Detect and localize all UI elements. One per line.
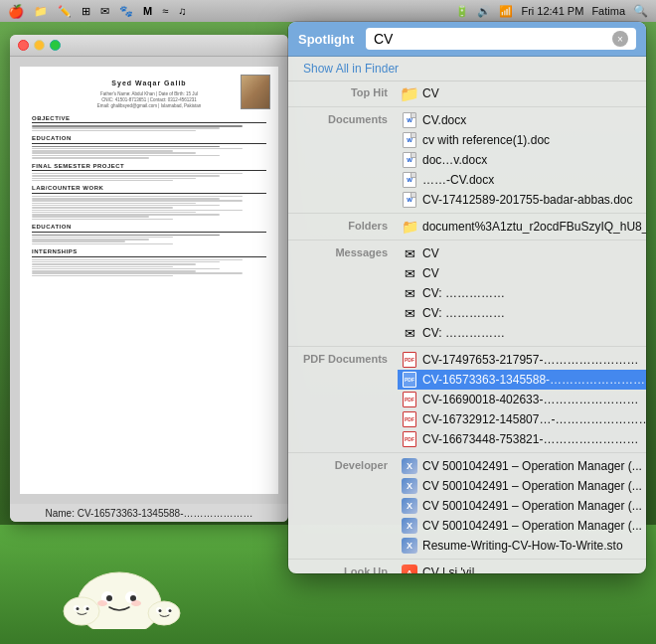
item-text: ……-CV.docx xyxy=(422,173,638,187)
section-pdf: PDF Documents PDF CV-17497653-217957-………… xyxy=(288,348,646,451)
cv-education-title: Education xyxy=(32,134,266,143)
item-text: CV-16690018-402633-…………………… xyxy=(422,393,646,406)
xcode-icon-3: X xyxy=(402,498,417,514)
paw-icon[interactable]: 🐾 xyxy=(119,5,133,18)
spotlight-clear-button[interactable]: × xyxy=(612,31,628,47)
item-text: CV-16732912-145807…-…………………… xyxy=(422,412,646,426)
lookup-icon: A xyxy=(402,564,417,573)
section-items-pdf: PDF CV-17497653-217957-…………………… PDF CV-1… xyxy=(398,350,646,449)
minimize-button[interactable] xyxy=(34,40,45,51)
spotlight-search-input[interactable] xyxy=(374,31,607,47)
result-item-dev5[interactable]: X Resume-Writing-CV-How-To-Write.sto xyxy=(398,536,646,556)
result-item-folder[interactable]: 📁 document%3A1ztu_r2ocdFBuSzyIQ_hU8_k... xyxy=(398,217,646,237)
pencil-icon[interactable]: ✏️ xyxy=(58,5,72,18)
result-item-cv-ref[interactable]: W cv with reference(1).doc xyxy=(398,130,646,150)
word-doc-icon-2: W xyxy=(402,132,417,148)
battery-icon: 🔋 xyxy=(455,5,469,18)
section-folders: Folders 📁 document%3A1ztu_r2ocdFBuSzyIQ_… xyxy=(288,215,646,239)
item-text: CV |,si 'vi| xyxy=(422,565,638,573)
result-item-cv-doc4[interactable]: W ……-CV.docx xyxy=(398,170,646,190)
section-developer: Developer X CV 5001042491 – Operation Ma… xyxy=(288,454,646,558)
mail-icon-5: ✉ xyxy=(402,325,417,341)
menubar-right: 🔋 🔊 📶 Fri 12:41 PM Fatima 🔍 xyxy=(455,4,648,18)
section-lookup: Look Up A CV |,si 'vi| xyxy=(288,561,646,573)
section-label-messages: Messages xyxy=(288,243,398,343)
cv-objective-title: Objective xyxy=(32,114,266,123)
result-item-msg4[interactable]: ✉ CV: …………… xyxy=(398,303,646,323)
item-text: CV-17412589-201755-badar-abbas.doc xyxy=(422,193,638,207)
close-button[interactable] xyxy=(18,40,29,51)
word-doc-icon-3: W xyxy=(402,152,417,168)
svg-point-12 xyxy=(148,601,180,625)
result-item-pdf1[interactable]: PDF CV-17497653-217957-…………………… xyxy=(398,350,646,370)
clock: Fri 12:41 PM xyxy=(521,5,583,17)
pdf-icon-5: PDF xyxy=(402,431,417,447)
item-text: CV xyxy=(422,266,638,280)
show-all-finder[interactable]: Show All in Finder xyxy=(288,57,646,81)
result-item-cv-doc3[interactable]: W doc…v.docx xyxy=(398,150,646,170)
result-item-pdf2-active[interactable]: PDF CV-16573363-1345588-…………………… xyxy=(398,370,646,390)
mail-icon-3: ✉ xyxy=(402,285,417,301)
item-text: CV: …………… xyxy=(422,286,638,300)
svg-point-15 xyxy=(159,609,162,612)
cv-name: Syed Waqar Galib xyxy=(32,79,266,88)
section-label-documents: Documents xyxy=(288,110,398,210)
result-item-dev3[interactable]: X CV 5001042491 – Operation Manager (... xyxy=(398,496,646,516)
cv-internships-title: Internships xyxy=(32,247,266,256)
mail-icon-1: ✉ xyxy=(402,245,417,261)
spotlight-label: Spotlight xyxy=(298,32,358,47)
item-text-cv: CV xyxy=(422,86,638,100)
preview-filename: Name: CV-16573363-1345588-………………… xyxy=(46,508,253,519)
result-item-msg5[interactable]: ✉ CV: …………… xyxy=(398,323,646,343)
svg-point-10 xyxy=(77,607,80,610)
item-text: CV 5001042491 – Operation Manager (... xyxy=(422,479,642,493)
result-item-cv-folder[interactable]: 📁 CV xyxy=(398,83,646,103)
result-item-cv-doc5[interactable]: W CV-17412589-201755-badar-abbas.doc xyxy=(398,190,646,210)
wifi-icon[interactable]: 📶 xyxy=(499,5,513,18)
item-text: CV-17497653-217957-…………………… xyxy=(422,353,646,367)
xcode-icon-1: X xyxy=(402,458,417,474)
wave-icon[interactable]: ≈ xyxy=(162,5,168,17)
music-icon[interactable]: ♫ xyxy=(178,5,186,17)
xcode-icon-4: X xyxy=(402,518,417,534)
word-doc-icon-5: W xyxy=(402,192,417,208)
xcode-icon-2: X xyxy=(402,478,417,494)
result-item-lookup[interactable]: A CV |,si 'vi| xyxy=(398,563,646,573)
result-item-msg3[interactable]: ✉ CV: …………… xyxy=(398,283,646,303)
item-text: document%3A1ztu_r2ocdFBuSzyIQ_hU8_k... xyxy=(422,220,646,234)
svg-point-7 xyxy=(64,597,99,625)
spotlight-window[interactable]: Spotlight × Show All in Finder Top Hit 📁… xyxy=(288,22,646,573)
blob-characters xyxy=(60,540,209,629)
zoom-button[interactable] xyxy=(50,40,61,51)
cv-project-title: Final Semester Project xyxy=(32,162,266,171)
cv-education xyxy=(32,146,266,159)
result-item-dev4[interactable]: X CV 5001042491 – Operation Manager (... xyxy=(398,516,646,536)
result-item-msg1[interactable]: ✉ CV xyxy=(398,243,646,263)
section-label-folders: Folders xyxy=(288,217,398,237)
result-item-dev1[interactable]: X CV 5001042491 – Operation Manager (... xyxy=(398,456,646,476)
divider-3 xyxy=(288,240,646,241)
item-text: CV: …………… xyxy=(422,326,638,340)
cv-edu2-title: Education xyxy=(32,223,266,232)
volume-icon[interactable]: 🔊 xyxy=(477,5,491,18)
spotlight-input-container[interactable]: × xyxy=(366,28,636,50)
result-item-pdf5[interactable]: PDF CV-16673448-753821-…………………… xyxy=(398,429,646,449)
username: Fatima xyxy=(591,5,625,17)
divider-1 xyxy=(288,106,646,107)
m-icon[interactable]: M xyxy=(143,5,152,17)
mail-menu-icon[interactable]: ✉ xyxy=(100,5,109,18)
result-item-dev2[interactable]: X CV 5001042491 – Operation Manager (... xyxy=(398,476,646,496)
apple-menu[interactable]: 🍎 xyxy=(8,4,24,19)
divider-4 xyxy=(288,346,646,347)
item-text: CV 5001042491 – Operation Manager (... xyxy=(422,459,642,473)
spotlight-menu-icon[interactable]: 🔍 xyxy=(633,4,648,18)
cv-work-title: Lab/Counter Work xyxy=(32,184,266,193)
result-item-cv-docx[interactable]: W CV.docx xyxy=(398,110,646,130)
result-item-pdf4[interactable]: PDF CV-16732912-145807…-…………………… xyxy=(398,409,646,429)
result-item-msg2[interactable]: ✉ CV xyxy=(398,263,646,283)
finder-icon[interactable]: 📁 xyxy=(34,5,48,18)
svg-point-11 xyxy=(86,607,89,610)
grid-icon[interactable]: ⊞ xyxy=(82,5,90,18)
result-item-pdf3[interactable]: PDF CV-16690018-402633-…………………… xyxy=(398,390,646,409)
word-doc-icon-4: W xyxy=(402,172,417,188)
